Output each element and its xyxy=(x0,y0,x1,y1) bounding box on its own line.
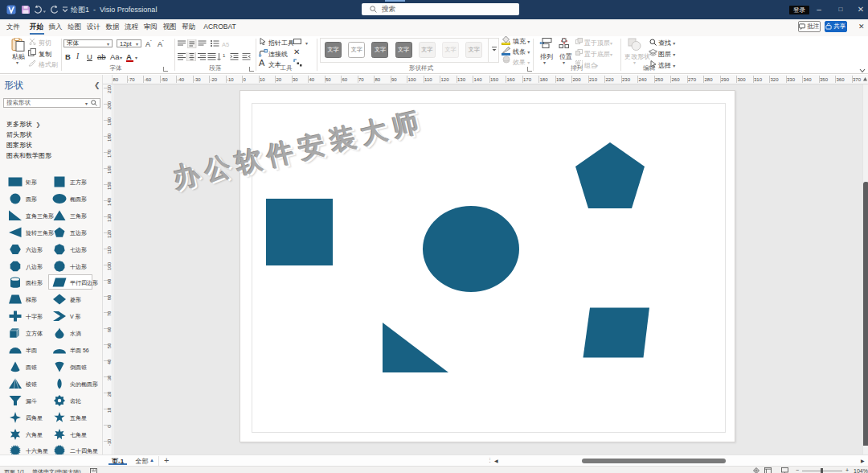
svg-text:1: 1 xyxy=(223,53,226,58)
svg-text:A5: A5 xyxy=(222,41,229,48)
